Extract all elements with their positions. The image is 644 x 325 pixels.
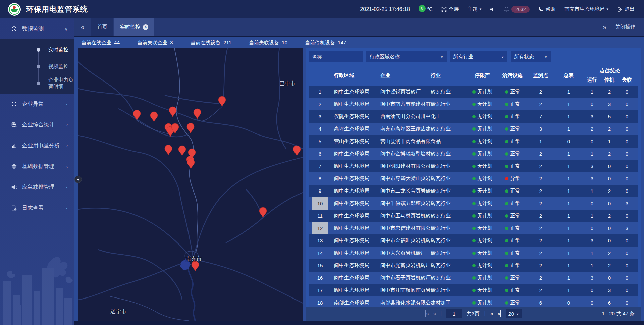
cell-total-meters: 0 bbox=[554, 139, 583, 144]
map-pin[interactable] bbox=[150, 112, 158, 122]
table-row-6[interactable]: 6阆中生态环境局阆中市金博瑞新型墙材砖瓦行业无计划正常21120 bbox=[309, 148, 638, 160]
help-button[interactable]: 帮助 bbox=[538, 6, 555, 12]
logout-button[interactable]: 退出 bbox=[617, 6, 635, 12]
cell-total-meters: 1 bbox=[554, 250, 583, 256]
sidebar-item-0[interactable]: 数据监测∨ bbox=[0, 18, 74, 39]
cell-stopped: 6 bbox=[601, 300, 618, 306]
page-size-select[interactable]: 20 ∨ bbox=[506, 309, 522, 318]
map-pin[interactable] bbox=[133, 110, 141, 120]
stat-当前失联企业: 当前失联企业: 3 bbox=[137, 40, 173, 46]
filter-bar: 行政区域名称 ∨ 所有行业 ∨ 所有状态 ∨ bbox=[309, 51, 638, 62]
cell-disconnected: 3 bbox=[618, 201, 636, 206]
status-select[interactable]: 所有状态 ∨ bbox=[511, 51, 551, 62]
map-pin[interactable] bbox=[169, 107, 176, 117]
chevron-left-icon: ‹ bbox=[66, 164, 68, 169]
sidebar-item-2[interactable]: 企业综合统计‹ bbox=[0, 114, 74, 135]
cell-running: 0 bbox=[583, 287, 601, 293]
theme-dropdown[interactable]: 主题 ▾ bbox=[468, 6, 482, 12]
first-page-button[interactable]: « bbox=[425, 310, 428, 317]
tab-close-icon[interactable]: ✕ bbox=[143, 24, 148, 30]
page-number-input[interactable] bbox=[446, 309, 462, 318]
cell-running: 3 bbox=[583, 275, 601, 281]
close-operations-button[interactable]: 关闭操作 bbox=[615, 24, 635, 30]
status-dot-icon bbox=[505, 152, 508, 156]
table-row-7[interactable]: 7阆中生态环境局阆中明阳建材有限公司砖瓦行业无计划正常21300 bbox=[309, 160, 638, 172]
cell-monitor-points: 6 bbox=[527, 300, 554, 306]
org-dropdown[interactable]: 南充市生态环境局 ▾ bbox=[564, 6, 608, 12]
table-row-9[interactable]: 9阆中生态环境局阆中市二龙长宝页岩砖砖瓦行业无计划正常21120 bbox=[309, 185, 638, 197]
status-dot-icon bbox=[505, 301, 508, 305]
table-row-11[interactable]: 11阆中生态环境局阆中市五马桥页岩机砖砖瓦行业无计划正常21120 bbox=[309, 210, 638, 222]
table-row-17[interactable]: 17阆中生态环境局阆中市江南镇阆南页岩砖瓦行业无计划正常21030 bbox=[309, 284, 638, 296]
cell-running: 0 bbox=[583, 225, 601, 231]
map-pin[interactable] bbox=[218, 96, 226, 107]
table-row-1[interactable]: 1阆中生态环境局阆中强锐页岩砖厂砖瓦行业无计划正常21120 bbox=[309, 86, 638, 98]
sidebar-subitem-企业电力负荷明细[interactable]: 企业电力负荷明细 bbox=[0, 75, 74, 92]
tab-实时监控[interactable]: 实时监控✕ bbox=[114, 18, 154, 36]
name-search-input[interactable] bbox=[309, 51, 363, 62]
table-row-4[interactable]: 4高坪生态环境局南充市高坪区王家店建砖瓦行业无计划正常31220 bbox=[309, 123, 638, 135]
map-pin[interactable] bbox=[259, 207, 267, 218]
cell-industry: 砖瓦行业 bbox=[431, 275, 467, 281]
status-dot-icon bbox=[472, 252, 476, 255]
bullet-dot-icon bbox=[37, 48, 40, 52]
table-row-14[interactable]: 14阆中生态环境局阆中大兴页岩机砖厂砖瓦行业无计划正常21120 bbox=[309, 247, 638, 259]
tab-bar: « 首页实时监控✕ » 关闭操作 bbox=[74, 18, 644, 36]
cell-pollution-facility: 正常 bbox=[498, 188, 527, 194]
sidebar-subitem-视频监控[interactable]: 视频监控 bbox=[0, 58, 74, 75]
cell-industry: 砖瓦行业 bbox=[431, 175, 467, 182]
sidebar-item-3[interactable]: 企业用电量分析‹ bbox=[0, 135, 74, 156]
cell-company: 西南油气田分公司川中 bbox=[380, 113, 431, 120]
map-pin[interactable] bbox=[165, 145, 172, 155]
sidebar-item-1[interactable]: 企业异常‹ bbox=[0, 94, 74, 114]
map-pin[interactable] bbox=[293, 146, 301, 156]
table-row-2[interactable]: 2阆中生态环境局阆中市南方节能建材有砖瓦行业无计划正常21030 bbox=[309, 98, 638, 110]
cell-disconnected: 0 bbox=[618, 114, 636, 119]
notifications[interactable]: 2632 bbox=[504, 6, 530, 13]
map-pin[interactable] bbox=[187, 159, 195, 169]
table-row-10[interactable]: 10阆中生态环境局阆中千佛镇五郎垭页岩砖瓦行业无计划正常21003 bbox=[309, 197, 638, 210]
sidebar-item-6[interactable]: 日志查看‹ bbox=[0, 198, 74, 218]
table-body: 1阆中生态环境局阆中强锐页岩砖厂砖瓦行业无计划正常211202阆中生态环境局阆中… bbox=[309, 86, 638, 309]
cell-region: 阆中生态环境局 bbox=[331, 151, 380, 157]
status-dot-icon bbox=[505, 103, 508, 106]
table-row-5[interactable]: 5营山生态环境局营山县润丰肉食品有限食品无计划正常10010 bbox=[309, 135, 638, 148]
sidebar-submenu: 实时监控视频监控企业电力负荷明细 bbox=[0, 39, 74, 94]
cell-limit-production: 无计划 bbox=[467, 188, 498, 194]
last-page-button[interactable]: » bbox=[497, 310, 501, 317]
table-row-3[interactable]: 3仪陇生态环境局西南油气田分公司川中化工无计划正常71350 bbox=[309, 110, 638, 123]
cell-disconnected: 0 bbox=[618, 139, 636, 144]
map-panel[interactable]: 巴中市南充市遂宁市 ◀ bbox=[78, 48, 303, 321]
table-row-15[interactable]: 15阆中生态环境局阆中市光富页岩机砖厂砖瓦行业无计划正常21120 bbox=[309, 259, 638, 272]
map-pin[interactable] bbox=[187, 123, 194, 133]
tabs-scroll-right-button[interactable]: » bbox=[603, 23, 606, 31]
cell-stopped: 2 bbox=[601, 151, 618, 157]
table-row-13[interactable]: 13阆中生态环境局阆中市金福旺页岩机砖砖瓦行业无计划正常21300 bbox=[309, 234, 638, 247]
cell-limit-production: 无计划 bbox=[467, 138, 498, 145]
cell-pollution-facility: 异常 bbox=[498, 175, 527, 182]
next-page-button[interactable]: » bbox=[490, 310, 493, 317]
sidebar-item-4[interactable]: 基础数据管理‹ bbox=[0, 156, 74, 177]
temperature: 0 ℃ bbox=[419, 6, 433, 12]
map-collapse-button[interactable]: ◀ bbox=[74, 176, 82, 183]
sidebar-subitem-实时监控[interactable]: 实时监控 bbox=[0, 41, 74, 58]
tabs-scroll-left-button[interactable]: « bbox=[74, 18, 91, 36]
map-pin[interactable] bbox=[192, 261, 199, 271]
table-row-16[interactable]: 16阆中生态环境局阆中市石子页岩机砖厂砖瓦行业无计划正常21300 bbox=[309, 272, 638, 284]
prev-page-button[interactable]: « bbox=[433, 310, 435, 317]
region-select[interactable]: 行政区域名称 ∨ bbox=[366, 51, 447, 62]
map-pin[interactable] bbox=[194, 109, 201, 119]
cell-pollution-facility: 正常 bbox=[498, 275, 527, 281]
tab-首页[interactable]: 首页 bbox=[91, 18, 113, 36]
map-pin[interactable] bbox=[178, 146, 186, 156]
table-row-8[interactable]: 8阆中生态环境局阆中市枣碧大梁山页岩砖瓦行业无计划异常21300 bbox=[309, 172, 638, 185]
sidebar-item-5[interactable]: 应急减排管理‹ bbox=[0, 177, 74, 198]
cell-disconnected: 0 bbox=[618, 126, 636, 132]
chevron-down-icon: ∨ bbox=[544, 54, 547, 59]
status-dot-icon bbox=[505, 264, 508, 267]
fullscreen-button[interactable]: 全屏 bbox=[441, 6, 459, 12]
status-dot-icon bbox=[472, 177, 476, 180]
industry-select[interactable]: 所有行业 ∨ bbox=[450, 51, 507, 62]
table-row-12[interactable]: 12阆中生态环境局阆中市忠信建材有限公砖瓦行业无计划正常21003 bbox=[309, 222, 638, 234]
sound-toggle[interactable] bbox=[490, 7, 495, 12]
